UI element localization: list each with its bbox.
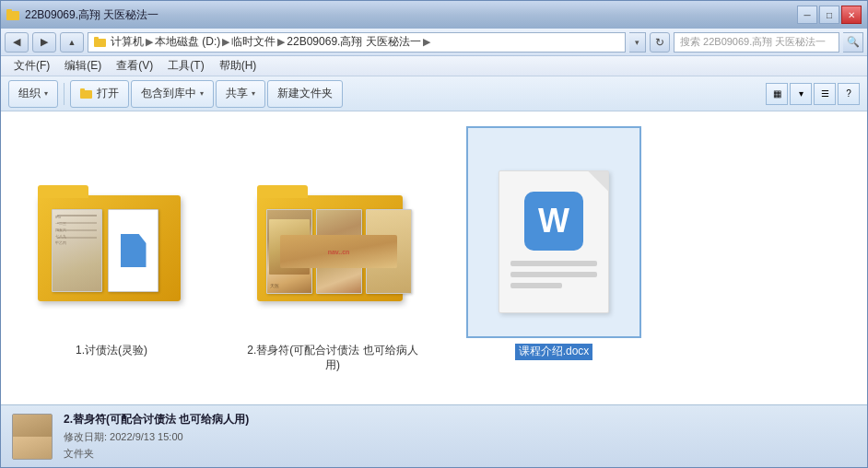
include-library-button[interactable]: 包含到库中 ▾ <box>131 80 214 108</box>
menu-edit[interactable]: 编辑(E) <box>57 57 109 76</box>
new-folder-button[interactable]: 新建文件夹 <box>267 80 343 108</box>
search-box[interactable]: 搜索 22B09069.高翔 天医秘法一 <box>674 32 839 53</box>
status-type: 文件夹 <box>64 447 249 461</box>
folder2-icon-wrapper: 天医 nav..cn <box>245 126 420 338</box>
window: 22B09069.高翔 天医秘法一 ─ □ ✕ ◀ ▶ ▲ 计算机 ▶ 本地磁盘… <box>0 0 868 468</box>
folder2-label: 2.替身符(可配合讨债法 也可给病人用) <box>240 344 425 372</box>
status-thumbnail <box>12 414 53 460</box>
folder2-icon: 天医 nav..cn <box>257 163 409 301</box>
title-text: 22B09069.高翔 天医秘法一 <box>25 7 158 23</box>
title-bar-left: 22B09069.高翔 天医秘法一 <box>6 7 158 23</box>
organize-label: 组织 <box>18 86 41 101</box>
status-bar: 2.替身符(可配合讨债法 也可给病人用) 修改日期: 2022/9/13 15:… <box>1 404 867 467</box>
title-bar: 22B09069.高翔 天医秘法一 ─ □ ✕ <box>1 1 867 29</box>
address-bar-row: ◀ ▶ ▲ 计算机 ▶ 本地磁盘 (D:) ▶ 临时文件 ▶ 22B09069.… <box>1 29 867 56</box>
svg-rect-1 <box>6 9 12 13</box>
word-doc-page: W <box>499 170 609 313</box>
folder2-tab <box>257 185 308 198</box>
share-button[interactable]: 共享 ▾ <box>216 80 265 108</box>
folder1-label: 1.讨债法(灵验) <box>76 344 147 358</box>
view-icon-button[interactable]: ▦ <box>766 83 788 105</box>
status-meta: 修改日期: 2022/9/13 15:00 <box>64 430 249 444</box>
folder-address-icon <box>94 37 107 48</box>
breadcrumb-temp[interactable]: 临时文件 <box>231 34 276 50</box>
word-doc-line-1 <box>510 261 597 266</box>
organize-button[interactable]: 组织 ▾ <box>8 80 58 108</box>
folder1-tab <box>38 185 88 198</box>
breadcrumb: 计算机 ▶ 本地磁盘 (D:) ▶ 临时文件 ▶ 22B09069.高翔 天医秘… <box>111 34 430 50</box>
folder1-page2 <box>108 209 158 292</box>
menu-bar: 文件(F) 编辑(E) 查看(V) 工具(T) 帮助(H) <box>1 56 867 76</box>
address-dropdown[interactable]: ▾ <box>629 32 646 53</box>
search-icon-button[interactable]: 🔍 <box>843 32 863 53</box>
menu-tools[interactable]: 工具(T) <box>160 57 211 76</box>
refresh-button[interactable]: ↻ <box>650 32 670 53</box>
folder2-pages: 天医 nav..cn <box>266 209 412 294</box>
word-doc-line-3 <box>510 283 562 288</box>
folder1-icon: IRo一二三四五六七八九甲乙丙 <box>38 163 185 301</box>
open-icon <box>80 88 93 99</box>
view-buttons: ▦ ▾ ☰ ? <box>766 83 860 105</box>
new-folder-label: 新建文件夹 <box>277 86 333 101</box>
share-label: 共享 <box>226 86 248 101</box>
svg-rect-5 <box>80 88 85 92</box>
file-item-docx[interactable]: W 课程介绍.docx <box>462 126 646 360</box>
menu-view[interactable]: 查看(V) <box>109 57 160 76</box>
docx-icon: W <box>489 152 618 313</box>
word-doc-corner <box>588 171 608 192</box>
include-library-dropdown: ▾ <box>200 89 204 98</box>
share-dropdown: ▾ <box>252 89 255 98</box>
folder2-page2-photo: nav..cn <box>317 210 361 293</box>
content-area: IRo一二三四五六七八九甲乙丙 <box>1 111 867 467</box>
svg-rect-3 <box>94 37 99 41</box>
folder1-page1-img: IRo一二三四五六七八九甲乙丙 <box>53 210 101 291</box>
word-logo: W <box>524 192 583 251</box>
breadcrumb-current[interactable]: 22B09069.高翔 天医秘法一 <box>287 34 420 50</box>
include-library-label: 包含到库中 <box>141 86 196 101</box>
status-info: 2.替身符(可配合讨债法 也可给病人用) 修改日期: 2022/9/13 15:… <box>64 412 249 461</box>
file-item-folder2[interactable]: 天医 nav..cn <box>240 126 425 372</box>
open-label: 打开 <box>97 86 119 101</box>
menu-file[interactable]: 文件(F) <box>6 57 57 76</box>
search-icon: 🔍 <box>847 36 860 48</box>
toolbar-separator-1 <box>64 83 65 105</box>
status-filename: 2.替身符(可配合讨债法 也可给病人用) <box>64 412 249 427</box>
folder1-page1: IRo一二三四五六七八九甲乙丙 <box>52 209 102 292</box>
menu-help[interactable]: 帮助(H) <box>212 57 264 76</box>
breadcrumb-disk[interactable]: 本地磁盘 (D:) <box>155 34 220 50</box>
folder-icon-small <box>6 7 21 22</box>
folder1-icon-wrapper: IRo一二三四五六七八九甲乙丙 <box>24 126 199 338</box>
view-help-button[interactable]: ? <box>838 83 860 105</box>
word-doc-line-2 <box>510 272 597 277</box>
back-button[interactable]: ◀ <box>5 32 29 53</box>
word-doc-lines <box>510 261 597 294</box>
folder1-pages: IRo一二三四五六七八九甲乙丙 <box>52 209 158 292</box>
docx-icon-wrapper: W <box>466 126 641 338</box>
minimize-button[interactable]: ─ <box>797 6 817 24</box>
address-box[interactable]: 计算机 ▶ 本地磁盘 (D:) ▶ 临时文件 ▶ 22B09069.高翔 天医秘… <box>88 32 626 53</box>
folder2-page2: nav..cn <box>316 209 362 294</box>
organize-dropdown-icon: ▾ <box>44 89 48 98</box>
forward-button[interactable]: ▶ <box>32 32 56 53</box>
search-placeholder: 搜索 22B09069.高翔 天医秘法一 <box>680 35 826 49</box>
file-grid: IRo一二三四五六七八九甲乙丙 <box>1 111 867 404</box>
up-button[interactable]: ▲ <box>60 32 84 53</box>
file-item-folder1[interactable]: IRo一二三四五六七八九甲乙丙 <box>19 126 204 358</box>
breadcrumb-computer[interactable]: 计算机 <box>111 34 144 50</box>
open-button[interactable]: 打开 <box>70 80 129 108</box>
view-dropdown-button[interactable]: ▾ <box>790 83 812 105</box>
view-list-button[interactable]: ☰ <box>814 83 836 105</box>
docx-label: 课程介绍.docx <box>515 344 593 360</box>
toolbar: 组织 ▾ 打开 包含到库中 ▾ 共享 ▾ 新建文件夹 ▦ ▾ ☰ ? <box>1 76 867 111</box>
maximize-button[interactable]: □ <box>819 6 839 24</box>
close-button[interactable]: ✕ <box>841 6 862 24</box>
title-buttons: ─ □ ✕ <box>797 6 862 24</box>
watermark: nav..cn <box>328 249 350 255</box>
